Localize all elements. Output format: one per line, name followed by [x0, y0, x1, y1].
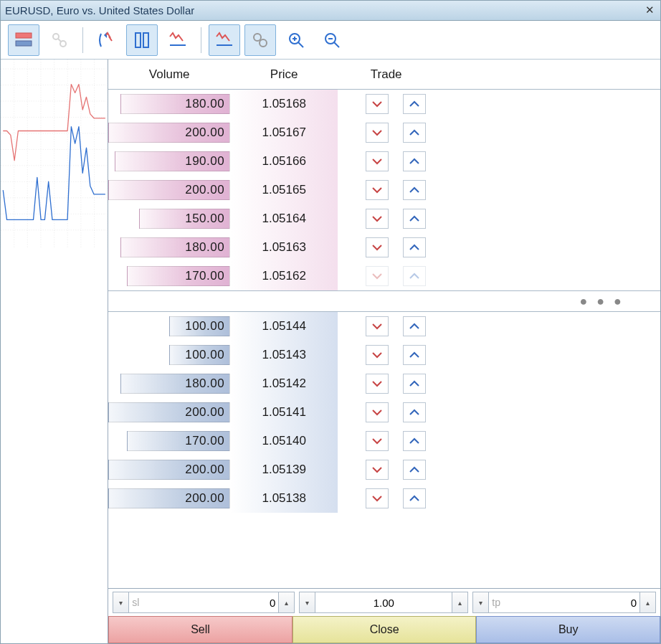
tick-chart[interactable] [1, 60, 108, 643]
tp-input[interactable] [500, 597, 639, 609]
tp-stepper[interactable]: ▾ tp ▴ [472, 592, 656, 613]
tp-placeholder: tp [489, 597, 500, 608]
col-trade: Trade [338, 67, 434, 82]
tp-dec-icon[interactable]: ▾ [473, 592, 489, 612]
dom-price: 1.05138 [230, 484, 338, 513]
dom-row[interactable]: 200.00 1.05141 [108, 398, 660, 427]
sell-arrow-icon[interactable] [366, 94, 389, 114]
buy-arrow-icon[interactable] [403, 316, 426, 336]
dom-row[interactable]: 170.00 1.05162 [108, 262, 660, 290]
columns-icon[interactable] [126, 24, 158, 56]
svg-rect-0 [16, 33, 32, 38]
dom-volume: 200.00 [185, 455, 224, 484]
dom-price: 1.05162 [230, 262, 338, 290]
sell-arrow-icon[interactable] [366, 180, 389, 200]
dom-price: 1.05144 [230, 312, 338, 341]
sell-arrow-icon[interactable] [366, 402, 389, 422]
dom-volume: 200.00 [185, 118, 224, 147]
tp-inc-icon[interactable]: ▴ [639, 592, 655, 612]
buy-arrow-icon[interactable] [403, 345, 426, 365]
buy-arrow-icon[interactable] [403, 402, 426, 422]
lots-inc-icon[interactable]: ▴ [452, 592, 467, 612]
sell-arrow-icon[interactable] [366, 237, 389, 257]
lots-input[interactable] [315, 597, 452, 609]
sell-arrow-icon[interactable] [366, 374, 389, 394]
sl-inc-icon[interactable]: ▴ [278, 592, 294, 612]
sell-arrow-icon[interactable] [366, 123, 389, 143]
depth-icon[interactable] [244, 24, 276, 56]
dom-price: 1.05142 [230, 369, 338, 398]
dom-header: Volume Price Trade [108, 60, 660, 90]
dom-price: 1.05168 [230, 90, 338, 118]
link-icon [44, 24, 75, 56]
buy-arrow-icon[interactable] [403, 460, 426, 480]
spread-icon[interactable] [209, 24, 240, 56]
dom-row[interactable]: 150.00 1.05164 [108, 204, 660, 233]
buy-arrow-icon[interactable] [403, 151, 426, 171]
sl-stepper[interactable]: ▾ sl ▴ [113, 592, 295, 613]
dom-footer: ▾ sl ▴ ▾ ▴ ▾ tp ▴ [108, 588, 660, 643]
dom-row[interactable]: 100.00 1.05144 [108, 312, 660, 341]
sell-arrow-icon[interactable] [366, 488, 389, 508]
dom-row[interactable]: 200.00 1.05167 [108, 118, 660, 147]
dom-row[interactable]: 190.00 1.05166 [108, 147, 660, 176]
lots-dec-icon[interactable]: ▾ [300, 592, 315, 612]
dom-volume: 180.00 [185, 233, 224, 262]
dom-row[interactable]: 200.00 1.05165 [108, 176, 660, 204]
dom-volume: 200.00 [185, 176, 224, 204]
dom-row[interactable]: 170.00 1.05140 [108, 427, 660, 455]
sell-arrow-icon[interactable] [366, 460, 389, 480]
dom-row[interactable]: 180.00 1.05142 [108, 369, 660, 398]
dom-price: 1.05139 [230, 455, 338, 484]
dom-volume: 170.00 [185, 427, 224, 455]
dom-panel: Volume Price Trade 180.00 1.05168 200.00… [108, 60, 660, 643]
svg-point-3 [60, 41, 66, 47]
buy-arrow-icon [403, 266, 426, 286]
dom-price: 1.05143 [230, 341, 338, 369]
sell-arrow-icon[interactable] [366, 209, 389, 229]
sell-arrow-icon[interactable] [366, 316, 389, 336]
buy-arrow-icon[interactable] [403, 180, 426, 200]
tick-chart-icon[interactable] [162, 24, 194, 56]
dom-row[interactable]: 100.00 1.05143 [108, 341, 660, 369]
dom-volume: 200.00 [185, 484, 224, 513]
window-title: EURUSD, Euro vs. United States Dollar [5, 4, 194, 16]
lots-stepper[interactable]: ▾ ▴ [299, 592, 468, 613]
dom-grid-icon[interactable] [8, 24, 39, 56]
dom-volume: 190.00 [185, 147, 224, 176]
buy-button[interactable]: Buy [476, 616, 660, 643]
svg-line-4 [58, 39, 61, 42]
sl-dec-icon[interactable]: ▾ [113, 592, 129, 612]
dom-separator: ● ● ● [108, 290, 660, 312]
buy-arrow-icon[interactable] [403, 488, 426, 508]
dom-row[interactable]: 200.00 1.05138 [108, 484, 660, 513]
sell-arrow-icon[interactable] [366, 345, 389, 365]
buy-arrow-icon[interactable] [403, 374, 426, 394]
dom-volume: 150.00 [185, 204, 224, 233]
svg-rect-5 [135, 33, 141, 47]
dom-volume: 100.00 [185, 341, 224, 369]
sl-input[interactable] [139, 597, 278, 609]
close-icon[interactable]: ✕ [643, 4, 656, 16]
svg-point-9 [254, 34, 261, 41]
dom-price: 1.05167 [230, 118, 338, 147]
buy-arrow-icon[interactable] [403, 237, 426, 257]
sell-arrow-icon[interactable] [366, 431, 389, 451]
zoom-in-icon[interactable] [280, 24, 312, 56]
buy-arrow-icon[interactable] [403, 209, 426, 229]
dom-row[interactable]: 180.00 1.05163 [108, 233, 660, 262]
dom-price: 1.05141 [230, 398, 338, 427]
close-button[interactable]: Close [293, 616, 477, 643]
sell-arrow-icon[interactable] [366, 151, 389, 171]
history-icon[interactable] [90, 24, 122, 56]
dom-volume: 180.00 [185, 369, 224, 398]
dom-row[interactable]: 200.00 1.05139 [108, 455, 660, 484]
dom-volume: 170.00 [185, 262, 224, 290]
buy-arrow-icon[interactable] [403, 94, 426, 114]
zoom-out-icon[interactable] [316, 24, 348, 56]
buy-arrow-icon[interactable] [403, 431, 426, 451]
buy-arrow-icon[interactable] [403, 123, 426, 143]
dom-row[interactable]: 180.00 1.05168 [108, 90, 660, 118]
titlebar[interactable]: EURUSD, Euro vs. United States Dollar ✕ [1, 1, 660, 21]
sell-button[interactable]: Sell [108, 616, 293, 643]
